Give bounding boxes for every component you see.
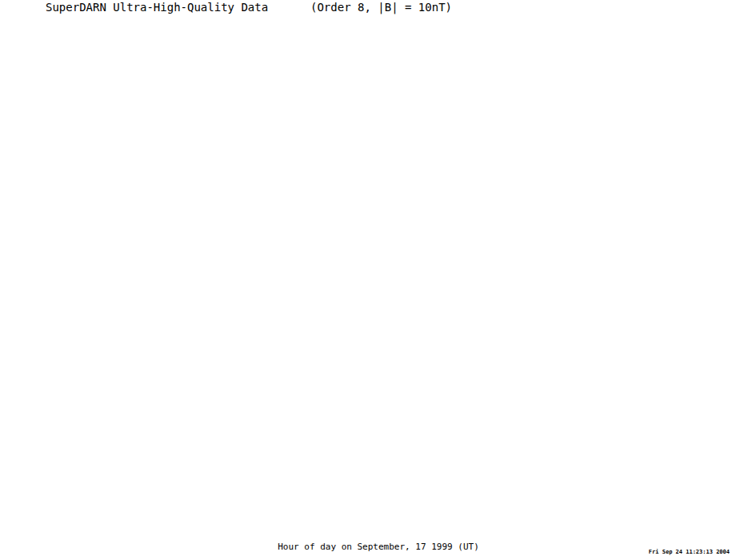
- x-axis-title: Hour of day on September, 17 1999 (UT): [50, 542, 707, 552]
- superdarn-plot-page: SuperDARN Ultra-High-Quality Data (Order…: [0, 0, 732, 560]
- page-subtitle: (Order 8, |B| = 10nT): [310, 1, 452, 14]
- page-title: SuperDARN Ultra-High-Quality Data: [46, 1, 268, 14]
- plot-timestamp: Fri Sep 24 11:23:13 2004: [649, 549, 730, 555]
- chart-canvas: [0, 0, 732, 560]
